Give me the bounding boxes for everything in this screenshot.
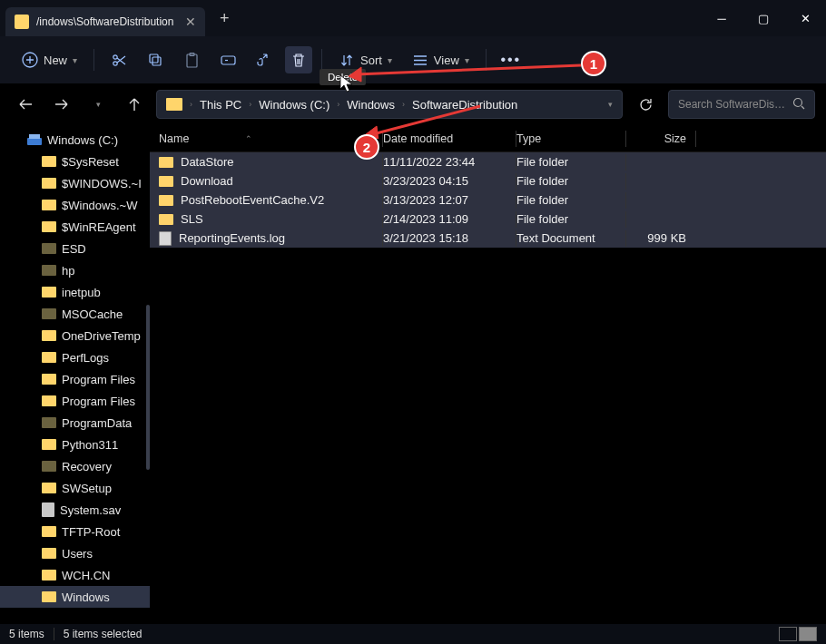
annotation-badge-2: 2 (354, 134, 379, 160)
tree-item[interactable]: Windows (0, 586, 150, 608)
folder-icon (42, 200, 56, 210)
tree-item-label: Program Files (62, 373, 135, 386)
folder-icon (42, 265, 56, 276)
annotation-arrow (349, 93, 495, 139)
separator (321, 49, 322, 71)
new-button[interactable]: New ▾ (15, 46, 84, 73)
search-input[interactable]: Search SoftwareDistri… (668, 90, 815, 119)
folder-icon (42, 178, 56, 189)
tree-item-label: ESD (62, 242, 86, 256)
col-size-header[interactable]: Size (626, 132, 695, 145)
folder-icon (42, 395, 56, 406)
tab-title: /indows\SoftwareDistribution (36, 15, 173, 28)
file-icon (159, 231, 172, 246)
cut-button[interactable] (103, 46, 134, 73)
file-row[interactable]: PostRebootEventCache.V23/13/2023 12:07Fi… (150, 190, 826, 210)
tree-item[interactable]: TFTP-Root (0, 521, 150, 542)
folder-icon (42, 417, 56, 428)
tree-item[interactable]: $SysReset (0, 151, 150, 172)
tree-item[interactable]: Users (0, 542, 150, 564)
tree-item-label: PerfLogs (62, 351, 109, 365)
tree-item[interactable]: Recovery (0, 455, 150, 477)
file-name: PostRebootEventCache.V2 (181, 193, 324, 207)
tree-item[interactable]: SWSetup (0, 477, 150, 499)
tree-item[interactable]: Python311 (0, 434, 150, 455)
copy-icon (147, 52, 163, 68)
folder-icon (42, 243, 56, 254)
separator (93, 49, 94, 71)
file-type: Text Document (516, 231, 625, 245)
maximize-button[interactable]: ▢ (742, 0, 784, 36)
file-row[interactable]: ReportingEvents.log3/21/2023 15:18Text D… (150, 229, 826, 248)
folder-icon (166, 98, 182, 111)
forward-button[interactable] (47, 90, 76, 119)
folder-icon (42, 439, 56, 450)
tree-item[interactable]: Program Files (0, 368, 150, 390)
copy-button[interactable] (140, 46, 171, 73)
folder-icon (42, 548, 56, 559)
chevron-down-icon[interactable]: ▾ (608, 100, 613, 109)
tree-item[interactable]: ProgramData (0, 412, 150, 434)
tree-item[interactable]: System.sav (0, 499, 150, 521)
tree-item[interactable]: Program Files (0, 390, 150, 412)
tree-item[interactable]: WCH.CN (0, 564, 150, 586)
tree-item-label: Program Files (62, 395, 135, 408)
new-tab-button[interactable]: + (220, 9, 230, 28)
cursor-icon (339, 74, 352, 93)
share-icon (256, 52, 272, 68)
breadcrumb-item[interactable]: This PC (200, 98, 241, 112)
col-type-header[interactable]: Type (516, 132, 625, 145)
tree-item-root[interactable]: Windows (C:) (0, 129, 150, 151)
tree-item[interactable]: $WINDOWS.~I (0, 172, 150, 194)
svg-line-11 (356, 65, 581, 74)
folder-icon (42, 461, 56, 472)
file-name: DataStore (181, 155, 234, 169)
tree-item[interactable]: MSOCache (0, 303, 150, 325)
details-view-toggle[interactable] (779, 627, 797, 641)
paste-button[interactable] (176, 46, 207, 73)
col-name-header[interactable]: Name ⌃ (150, 132, 382, 145)
folder-icon (159, 157, 173, 168)
scrollbar-thumb[interactable] (146, 305, 150, 470)
navigation-pane[interactable]: Windows (C:) $SysReset$WINDOWS.~I$Window… (0, 125, 150, 624)
close-button[interactable]: ✕ (784, 0, 826, 36)
file-row[interactable]: SLS2/14/2023 11:09File folder (150, 210, 826, 229)
tree-item[interactable]: PerfLogs (0, 346, 150, 368)
svg-rect-9 (27, 138, 42, 145)
tree-item[interactable]: ESD (0, 238, 150, 259)
file-list: Name ⌃ Date modified Type Size DataStore… (150, 125, 826, 624)
svg-point-2 (113, 54, 116, 58)
file-type: File folder (516, 212, 625, 226)
file-type: File folder (516, 155, 625, 169)
delete-button[interactable] (285, 46, 312, 73)
tree-item[interactable]: hp (0, 259, 150, 281)
minimize-button[interactable]: ─ (701, 0, 742, 36)
folder-icon (42, 156, 56, 167)
file-row[interactable]: DataStore11/11/2022 23:44File folder (150, 152, 826, 171)
chevron-down-icon: ▾ (73, 55, 77, 65)
folder-icon (159, 176, 173, 187)
thumbnails-view-toggle[interactable] (799, 627, 817, 641)
window-tab[interactable]: /indows\SoftwareDistribution ✕ (5, 7, 205, 36)
title-bar: /indows\SoftwareDistribution ✕ + ─ ▢ ✕ (0, 0, 826, 36)
tree-item[interactable]: OneDriveTemp (0, 325, 150, 346)
tree-root-label: Windows (C:) (47, 133, 118, 147)
view-toggles (779, 627, 817, 641)
file-row[interactable]: Download3/23/2023 04:15File folder (150, 171, 826, 190)
refresh-button[interactable] (630, 90, 661, 119)
tree-item[interactable]: $Windows.~W (0, 194, 150, 216)
share-button[interactable] (249, 46, 280, 73)
folder-icon (159, 214, 173, 225)
tree-item[interactable]: inetpub (0, 281, 150, 303)
recent-dropdown[interactable]: ▾ (84, 90, 113, 119)
scissors-icon (111, 52, 127, 68)
folder-icon (159, 195, 173, 206)
rename-button[interactable] (212, 46, 243, 73)
breadcrumb-item[interactable]: Windows (C:) (259, 98, 329, 112)
up-button[interactable] (120, 90, 149, 119)
back-button[interactable] (11, 90, 40, 119)
tree-item[interactable]: $WinREAgent (0, 216, 150, 238)
tree-item-label: ProgramData (62, 416, 132, 430)
close-tab-icon[interactable]: ✕ (185, 15, 196, 29)
search-placeholder: Search SoftwareDistri… (678, 98, 787, 111)
